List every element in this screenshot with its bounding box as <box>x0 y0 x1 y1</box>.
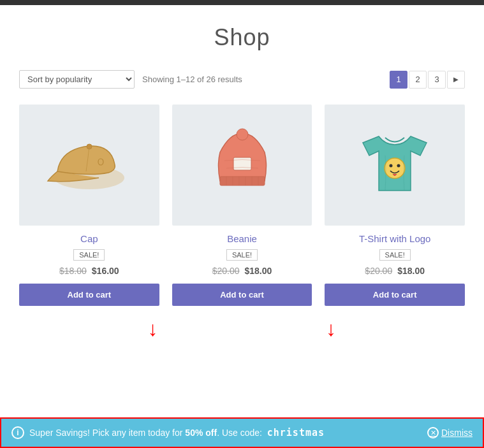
product-card-cap: Cap SALE! $18.00 $16.00 Add to cart <box>19 105 159 306</box>
product-image-tshirt <box>325 105 465 226</box>
original-price-beanie: $20.00 <box>212 266 240 276</box>
dismiss-label: Dismiss <box>441 428 473 438</box>
arrow-down-1: ↓ <box>148 319 158 339</box>
dismiss-button[interactable]: ✕ Dismiss <box>427 427 473 438</box>
original-price-cap: $18.00 <box>59 266 87 276</box>
product-grid: Cap SALE! $18.00 $16.00 Add to cart <box>0 98 484 319</box>
pagination: 1 2 3 ► <box>390 71 465 89</box>
arrows-row: ↓ ↓ <box>0 319 484 339</box>
shop-controls: Sort by popularity Sort by average ratin… <box>0 64 484 98</box>
page-title: Shop <box>0 5 484 64</box>
page-btn-2[interactable]: 2 <box>409 71 427 89</box>
sale-badge-beanie: SALE! <box>226 249 258 261</box>
close-icon: ✕ <box>427 427 439 438</box>
results-text: Showing 1–12 of 26 results <box>142 75 242 84</box>
product-name-beanie: Beanie <box>227 233 257 244</box>
add-to-cart-tshirt[interactable]: Add to cart <box>325 284 465 306</box>
page-btn-3[interactable]: 3 <box>428 71 446 89</box>
product-card-tshirt: T-Shirt with Logo SALE! $20.00 $18.00 Ad… <box>325 105 465 306</box>
sale-price-cap: $16.00 <box>92 266 119 276</box>
notification-bar: i Super Savings! Pick any item today for… <box>0 417 484 448</box>
svg-rect-10 <box>233 157 251 170</box>
bold-text: 50% off <box>185 428 217 438</box>
sale-badge-cap: SALE! <box>73 249 105 261</box>
price-area-tshirt: $20.00 $18.00 <box>365 266 425 276</box>
product-name-tshirt: T-Shirt with Logo <box>359 233 431 244</box>
original-price-tshirt: $20.00 <box>365 266 392 276</box>
svg-point-11 <box>237 129 248 140</box>
sale-price-tshirt: $18.00 <box>397 266 425 276</box>
sort-group: Sort by popularity Sort by average ratin… <box>19 70 242 89</box>
svg-point-1 <box>87 144 92 149</box>
product-card-beanie: Beanie SALE! $20.00 $18.00 Add to cart <box>172 105 312 306</box>
add-to-cart-cap[interactable]: Add to cart <box>19 284 159 306</box>
price-area-beanie: $20.00 $18.00 <box>212 266 272 276</box>
arrow-down-2: ↓ <box>326 319 336 339</box>
sale-price-beanie: $18.00 <box>245 266 272 276</box>
page-btn-next[interactable]: ► <box>447 71 465 89</box>
add-to-cart-beanie[interactable]: Add to cart <box>172 284 312 306</box>
coupon-code: christmas <box>267 427 325 438</box>
info-icon: i <box>11 426 24 439</box>
sort-select[interactable]: Sort by popularity Sort by average ratin… <box>19 70 135 89</box>
svg-point-13 <box>390 164 393 168</box>
top-bar <box>0 0 484 5</box>
product-name-cap: Cap <box>80 233 98 244</box>
notification-text: Super Savings! Pick any item today for 5… <box>29 427 325 438</box>
product-image-beanie <box>172 105 312 226</box>
price-area-cap: $18.00 $16.00 <box>59 266 119 276</box>
notification-left: i Super Savings! Pick any item today for… <box>11 426 325 439</box>
product-image-cap <box>19 105 159 226</box>
sale-badge-tshirt: SALE! <box>379 249 411 261</box>
page-btn-1[interactable]: 1 <box>390 71 407 89</box>
